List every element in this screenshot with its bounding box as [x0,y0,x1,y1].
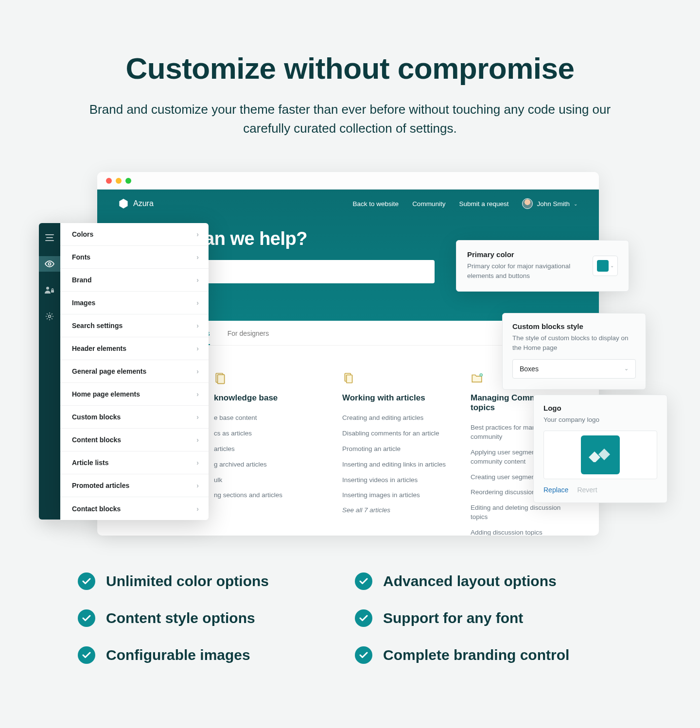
list-item[interactable]: Editing and deleting discussion topics [471,503,579,522]
svg-point-9 [46,287,49,290]
chevron-right-icon: › [196,230,199,238]
feature-label: Configurable images [106,647,250,663]
swatch-color [597,260,609,272]
brand-logo-icon [119,199,128,208]
svg-rect-1 [218,375,225,383]
chevron-right-icon: › [196,413,199,421]
nav-submit-link[interactable]: Submit a request [459,200,508,208]
list-item[interactable]: g archived articles [214,460,323,469]
settings-row-promoted[interactable]: Promoted articles› [60,474,209,497]
user-name: John Smith [537,200,570,208]
feature-item: Content style options [78,609,345,627]
panel-desc: Primary color for major navigational ele… [467,261,586,281]
feature-item: Complete branding control [355,646,622,664]
select-value: Boxes [520,365,539,373]
tab-designers[interactable]: For designers [228,329,269,345]
page-subhead: Brand and customize your theme faster th… [83,100,617,138]
logo-preview [543,431,657,479]
settings-row-contentblocks[interactable]: Content blocks› [60,429,209,451]
list-item[interactable]: ulk [214,476,323,485]
settings-row-images[interactable]: Images› [60,292,209,314]
check-icon [355,609,372,627]
users-lock-icon[interactable] [39,282,60,298]
logo-revert-link[interactable]: Revert [577,486,597,494]
list-item[interactable]: Adding discussion topics [471,528,579,536]
settings-row-colors[interactable]: Colors› [60,223,209,246]
list-item[interactable]: Promoting an article [342,445,451,454]
feature-label: Unlimited color options [106,573,269,589]
col2-title: Working with articles [342,393,451,403]
admin-rail [39,223,60,520]
folder-icon [471,372,483,384]
chevron-right-icon: › [196,253,199,261]
chevron-right-icon: › [196,390,199,398]
svg-point-8 [48,262,51,265]
traffic-min-icon [116,178,122,184]
settings-row-articlelists[interactable]: Article lists› [60,451,209,474]
menu-icon[interactable] [39,230,60,245]
settings-row-home[interactable]: Home page elements› [60,383,209,406]
chevron-right-icon: › [196,436,199,444]
logo-tile [581,435,620,474]
settings-row-search[interactable]: Search settings› [60,314,209,337]
settings-row-general[interactable]: General page elements› [60,360,209,383]
check-icon [78,609,95,627]
svg-rect-10 [51,290,54,293]
svg-point-11 [49,315,51,318]
feature-item: Support for any font [355,609,622,627]
settings-row-contact[interactable]: Contact blocks› [60,497,209,520]
feature-label: Advanced layout options [383,573,557,589]
feature-label: Support for any font [383,610,523,626]
feature-label: Content style options [106,610,255,626]
chevron-right-icon: › [196,299,199,307]
list-item[interactable]: Creating and editing articles [342,414,451,423]
feature-item: Configurable images [78,646,345,664]
settings-row-fonts[interactable]: Fonts› [60,246,209,269]
chevron-right-icon: › [196,345,199,352]
features-grid: Unlimited color options Advanced layout … [73,572,627,664]
panel-desc: Your company logo [543,415,657,425]
list-item[interactable]: Inserting videos in articles [342,476,451,485]
traffic-close-icon [106,178,112,184]
panel-title: Custom blocks style [512,322,636,330]
list-item[interactable]: ng sections and articles [214,491,323,500]
feature-item: Unlimited color options [78,572,345,590]
feature-item: Advanced layout options [355,572,622,590]
settings-list: Colors› Fonts› Brand› Images› Search set… [60,223,209,520]
settings-row-brand[interactable]: Brand› [60,269,209,292]
panel-desc: The style of custom blocks to display on… [512,333,636,353]
blocks-select[interactable]: Boxes ⌄ [512,359,636,379]
panel-primary-color: Primary color Primary color for major na… [456,240,629,292]
gear-icon[interactable] [39,309,60,324]
panel-title: Primary color [467,250,586,259]
search-input[interactable] [204,260,435,283]
page-headline: Customize without compromise [0,51,700,86]
list-item[interactable]: Disabling comments for an article [342,429,451,438]
nav-community-link[interactable]: Community [412,200,445,208]
panel-custom-blocks: Custom blocks style The style of custom … [502,313,646,390]
chevron-right-icon: › [196,482,199,489]
chevron-right-icon: › [196,459,199,467]
brand[interactable]: Azura [119,199,154,208]
chevron-right-icon: › [196,276,199,284]
check-icon [78,572,95,590]
list-item[interactable]: e base content [214,414,323,423]
list-item[interactable]: Inserting images in articles [342,491,451,500]
see-all-link[interactable]: See all 7 articles [342,506,451,514]
avatar [522,198,533,209]
col2-list: Creating and editing articles Disabling … [342,414,451,500]
list-item[interactable]: Inserting and editing links in articles [342,460,451,469]
check-icon [355,572,372,590]
color-swatch[interactable]: ⌄ [593,256,618,276]
settings-row-customblocks[interactable]: Custom blocks› [60,406,209,429]
nav-back-link[interactable]: Back to website [353,200,399,208]
eye-icon[interactable] [39,256,60,272]
logo-replace-link[interactable]: Replace [543,486,568,494]
traffic-max-icon [125,178,131,184]
list-item[interactable]: articles [214,445,323,454]
list-item[interactable]: cs as articles [214,429,323,438]
settings-row-header[interactable]: Header elements› [60,337,209,360]
col1-title: knowledge base [214,393,323,403]
svg-rect-3 [347,375,352,383]
user-menu[interactable]: John Smith ⌄ [522,198,578,209]
